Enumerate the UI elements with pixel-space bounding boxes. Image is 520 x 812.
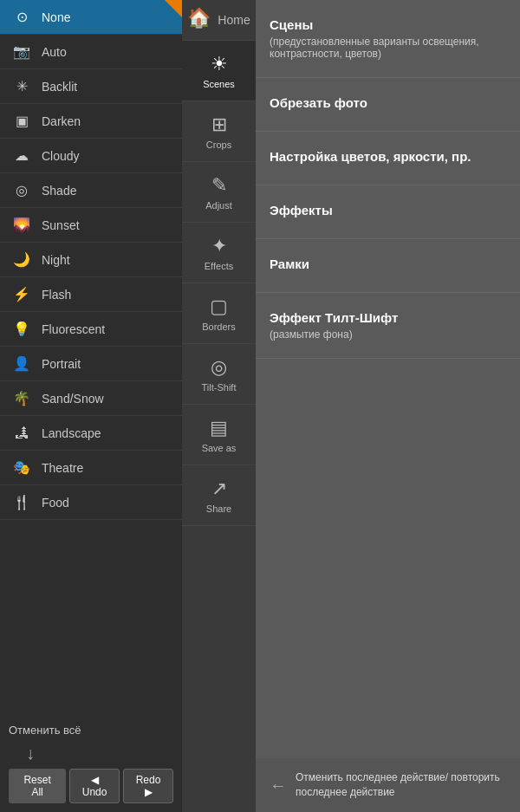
scenes-nav-label: Scenes [203, 79, 235, 89]
none-label: None [42, 10, 70, 24]
crops-nav-icon: ⊞ [211, 114, 227, 136]
right-item-adjust[interactable]: Настройка цветов, яркости, пр. [256, 132, 520, 185]
fluorescent-label: Fluorescent [42, 322, 105, 336]
right-info-panel: Сцены(предустановленные варианты освещен… [256, 0, 520, 812]
sunset-label: Sunset [42, 218, 80, 232]
scene-item-shade[interactable]: ◎ Shade [0, 173, 182, 208]
nav-item-tilt-shift[interactable]: ◎ Tilt-Shift [182, 344, 256, 405]
portrait-label: Portrait [42, 357, 81, 371]
auto-icon: 📷 [9, 41, 35, 63]
reset-all-button[interactable]: Reset All [9, 769, 66, 803]
share-nav-label: Share [206, 503, 231, 514]
fluorescent-icon: 💡 [9, 318, 35, 341]
scene-item-flash[interactable]: ⚡ Flash [0, 277, 182, 312]
borders-nav-icon: ▢ [210, 296, 228, 318]
crops-nav-label: Crops [206, 140, 231, 150]
none-icon: ⊙ [9, 6, 35, 29]
effects-title: Эффекты [270, 203, 506, 218]
bottom-buttons: Reset All ◀ Undo Redo ▶ [9, 769, 173, 803]
scene-list: ⊙ None 📷 Auto ✳ Backlit ▣ Darken ☁ Cloud… [0, 0, 182, 520]
adjust-nav-label: Adjust [205, 200, 232, 211]
nav-item-scenes[interactable]: ☀ Scenes [182, 41, 256, 101]
right-item-scenes[interactable]: Сцены(предустановленные варианты освещен… [256, 0, 520, 78]
nav-item-borders[interactable]: ▢ Borders [182, 283, 256, 344]
right-item-effects[interactable]: Эффекты [256, 185, 520, 239]
share-nav-icon: ↗ [211, 477, 227, 500]
crops-title: Обрезать фото [270, 95, 506, 110]
right-item-borders[interactable]: Рамки [256, 239, 520, 293]
theatre-label: Theatre [42, 461, 83, 475]
scene-item-night[interactable]: 🌙 Night [0, 243, 182, 277]
undo-button[interactable]: ◀ Undo [69, 769, 120, 803]
left-scene-panel: ⊙ None 📷 Auto ✳ Backlit ▣ Darken ☁ Cloud… [0, 0, 182, 812]
tilt-shift-nav-label: Tilt-Shift [202, 382, 237, 393]
shade-icon: ◎ [9, 179, 35, 202]
reset-all-label: Отменить всё [9, 724, 173, 737]
bottom-info-text: Отменить последнее действие/ повторить п… [296, 770, 506, 800]
scene-item-fluorescent[interactable]: 💡 Fluorescent [0, 312, 182, 347]
backlit-icon: ✳ [9, 75, 35, 98]
bottom-area: Отменить всё ↓ Reset All ◀ Undo Redo ▶ [0, 715, 182, 812]
adjust-title: Настройка цветов, яркости, пр. [270, 149, 506, 164]
theatre-icon: 🎭 [9, 457, 35, 479]
effects-nav-label: Effects [205, 261, 233, 271]
flash-label: Flash [42, 288, 71, 302]
nav-item-adjust[interactable]: ✎ Adjust [182, 162, 256, 223]
landscape-icon: 🏞 [9, 422, 35, 445]
portrait-icon: 👤 [9, 353, 35, 375]
arrow-left-icon: ← [270, 776, 287, 796]
home-label: Home [218, 13, 250, 27]
tilt-shift-subtitle: (размытие фона) [270, 328, 506, 341]
scenes-nav-icon: ☀ [211, 53, 228, 75]
borders-title: Рамки [270, 257, 506, 271]
tilt-shift-nav-icon: ◎ [211, 356, 227, 379]
sand-snow-label: Sand/Snow [42, 392, 104, 406]
redo-button[interactable]: Redo ▶ [123, 769, 173, 803]
scene-item-theatre[interactable]: 🎭 Theatre [0, 451, 182, 485]
adjust-nav-icon: ✎ [211, 174, 227, 197]
auto-label: Auto [42, 45, 67, 59]
save-as-nav-label: Save as [202, 443, 237, 453]
borders-nav-label: Borders [202, 322, 236, 332]
save-as-nav-icon: ▤ [210, 417, 228, 439]
right-item-crops[interactable]: Обрезать фото [256, 78, 520, 132]
scene-item-darken[interactable]: ▣ Darken [0, 104, 182, 139]
nav-list: ☀ Scenes ⊞ Crops ✎ Adjust ✦ Effects ▢ Bo… [182, 41, 256, 526]
scene-item-sand-snow[interactable]: 🌴 Sand/Snow [0, 381, 182, 416]
flash-icon: ⚡ [9, 283, 35, 306]
shade-label: Shade [42, 184, 76, 198]
home-icon: 🏠 [187, 7, 211, 29]
right-list: Сцены(предустановленные варианты освещен… [256, 0, 520, 359]
landscape-label: Landscape [42, 426, 101, 440]
sand-snow-icon: 🌴 [9, 387, 35, 410]
scenes-title: Сцены [270, 17, 506, 32]
scene-item-food[interactable]: 🍴 Food [0, 485, 182, 520]
right-item-tilt-shift[interactable]: Эффект Тилт-Шифт(размытие фона) [256, 293, 520, 359]
cloudy-label: Cloudy [42, 149, 80, 163]
darken-icon: ▣ [9, 110, 35, 133]
active-badge [165, 0, 182, 17]
mid-nav-panel: 🏠 Home ☀ Scenes ⊞ Crops ✎ Adjust ✦ Effec… [182, 0, 256, 812]
nav-item-effects[interactable]: ✦ Effects [182, 223, 256, 283]
scenes-subtitle: (предустановленные варианты освещения, к… [270, 36, 506, 60]
food-icon: 🍴 [9, 491, 35, 514]
scene-item-landscape[interactable]: 🏞 Landscape [0, 416, 182, 451]
scene-item-none[interactable]: ⊙ None [0, 0, 182, 35]
scene-item-sunset[interactable]: 🌄 Sunset [0, 208, 182, 243]
nav-item-share[interactable]: ↗ Share [182, 465, 256, 526]
effects-nav-icon: ✦ [211, 235, 227, 257]
scene-item-auto[interactable]: 📷 Auto [0, 35, 182, 69]
tilt-shift-title: Эффект Тилт-Шифт [270, 310, 506, 325]
arrow-down-icon: ↓ [26, 744, 173, 763]
scene-item-backlit[interactable]: ✳ Backlit [0, 69, 182, 104]
scene-item-portrait[interactable]: 👤 Portrait [0, 347, 182, 381]
nav-item-crops[interactable]: ⊞ Crops [182, 101, 256, 162]
scene-item-cloudy[interactable]: ☁ Cloudy [0, 139, 182, 173]
cloudy-icon: ☁ [9, 145, 35, 167]
food-label: Food [42, 496, 69, 510]
home-nav-item[interactable]: 🏠 Home [182, 0, 256, 41]
darken-label: Darken [42, 114, 81, 128]
nav-item-save-as[interactable]: ▤ Save as [182, 405, 256, 465]
night-icon: 🌙 [9, 249, 35, 271]
backlit-label: Backlit [42, 80, 77, 94]
